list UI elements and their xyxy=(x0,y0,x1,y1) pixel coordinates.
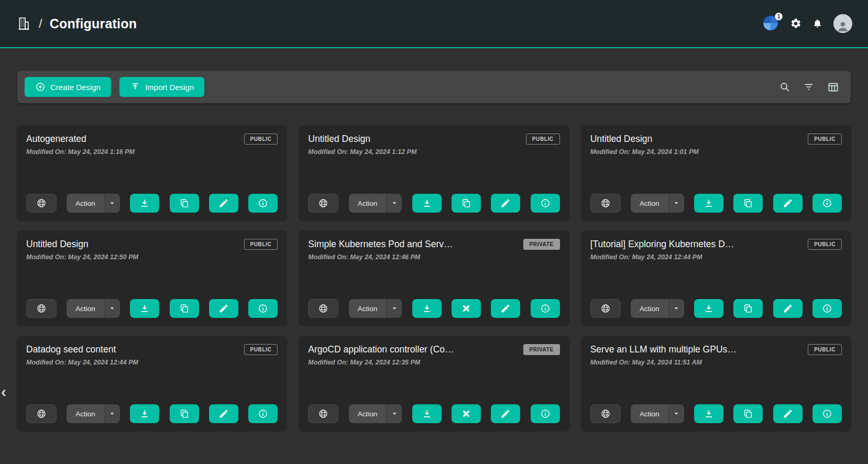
info-button[interactable] xyxy=(248,299,278,318)
info-button[interactable] xyxy=(812,404,842,423)
avatar[interactable] xyxy=(833,14,852,33)
edit-button[interactable] xyxy=(209,404,238,423)
design-title: Untitled Design xyxy=(590,134,658,145)
visibility-globe-button[interactable] xyxy=(590,404,621,423)
action-button[interactable]: Action xyxy=(631,404,668,423)
download-button[interactable] xyxy=(694,194,723,213)
visibility-globe-button[interactable] xyxy=(308,299,338,318)
edit-button[interactable] xyxy=(773,299,803,318)
visibility-badge: PUBLIC xyxy=(808,344,842,355)
action-dropdown-button[interactable] xyxy=(104,194,120,213)
chevron-down-icon xyxy=(390,199,399,207)
info-button[interactable] xyxy=(812,299,842,318)
action-dropdown-button[interactable] xyxy=(386,194,402,213)
filter-icon[interactable] xyxy=(803,81,815,93)
clone-button[interactable] xyxy=(452,194,481,213)
edit-icon xyxy=(500,408,511,419)
design-title: Serve an LLM with multiple GPUs… xyxy=(590,344,742,355)
action-button[interactable]: Action xyxy=(631,299,668,318)
edit-button[interactable] xyxy=(491,194,520,213)
action-dropdown-button[interactable] xyxy=(104,404,120,423)
download-button[interactable] xyxy=(412,404,442,423)
edit-button[interactable] xyxy=(491,404,520,423)
visibility-globe-button[interactable] xyxy=(26,194,57,213)
clone-button[interactable] xyxy=(733,299,763,318)
card-grid: Autogenerated PUBLIC Modified On: May 24… xyxy=(17,126,851,430)
visibility-globe-button[interactable] xyxy=(26,299,57,318)
action-dropdown-button[interactable] xyxy=(668,299,684,318)
action-dropdown-button[interactable] xyxy=(386,299,402,318)
download-button[interactable] xyxy=(130,299,159,318)
action-button[interactable]: Action xyxy=(349,404,387,423)
design-card: [Tutorial] Exploring Kubernetes D… PUBLI… xyxy=(581,231,851,325)
design-title: Untitled Design xyxy=(26,239,94,250)
edit-icon xyxy=(218,408,229,419)
info-icon xyxy=(258,198,268,208)
clone-button[interactable] xyxy=(170,194,199,213)
create-design-button[interactable]: Create Design xyxy=(25,77,111,97)
download-button[interactable] xyxy=(694,404,723,423)
edit-button[interactable] xyxy=(773,404,803,423)
plus-circle-icon xyxy=(35,82,46,92)
action-dropdown-button[interactable] xyxy=(668,194,684,213)
info-button[interactable] xyxy=(812,194,842,213)
modified-date: Modified On: May 24, 2024 1:12 PM xyxy=(308,148,559,156)
action-dropdown-button[interactable] xyxy=(386,404,402,423)
edit-button[interactable] xyxy=(773,194,803,213)
table-view-icon[interactable] xyxy=(827,81,839,93)
design-title: Autogenerated xyxy=(26,134,92,145)
copy-icon xyxy=(743,303,753,314)
action-button[interactable]: Action xyxy=(67,299,104,318)
download-button[interactable] xyxy=(130,194,159,213)
app-header: / Configuration 1 xyxy=(0,0,868,48)
design-card: Datadog seed content PUBLIC Modified On:… xyxy=(17,336,287,430)
visibility-globe-button[interactable] xyxy=(590,299,621,318)
visibility-globe-button[interactable] xyxy=(308,194,338,213)
visibility-globe-button[interactable] xyxy=(590,194,621,213)
chevron-down-icon xyxy=(108,410,116,418)
download-button[interactable] xyxy=(412,194,442,213)
info-button[interactable] xyxy=(531,194,560,213)
edit-button[interactable] xyxy=(491,299,520,318)
action-button[interactable]: Action xyxy=(631,194,668,213)
download-button[interactable] xyxy=(130,404,159,423)
visibility-globe-button[interactable] xyxy=(26,404,57,423)
info-icon xyxy=(822,198,832,208)
visibility-globe-button[interactable] xyxy=(308,404,338,423)
building-icon[interactable] xyxy=(16,16,31,31)
chevron-down-icon xyxy=(108,199,116,207)
info-button[interactable] xyxy=(248,404,278,423)
globe-icon xyxy=(318,303,328,314)
info-button[interactable] xyxy=(248,194,278,213)
clone-button[interactable] xyxy=(170,299,199,318)
clone-button[interactable] xyxy=(452,299,481,318)
design-card: Simple Kubernetes Pod and Serv… PRIVATE … xyxy=(299,231,568,325)
clone-button[interactable] xyxy=(452,404,481,423)
modified-date: Modified On: May 24, 2024 12:44 PM xyxy=(26,359,278,366)
action-dropdown-button[interactable] xyxy=(104,299,120,318)
clone-button[interactable] xyxy=(733,194,763,213)
download-button[interactable] xyxy=(694,299,723,318)
info-button[interactable] xyxy=(531,299,560,318)
clone-button[interactable] xyxy=(170,404,199,423)
edit-button[interactable] xyxy=(209,194,238,213)
edit-button[interactable] xyxy=(209,299,238,318)
info-icon xyxy=(540,303,551,314)
search-icon[interactable] xyxy=(779,81,790,93)
chevron-down-icon xyxy=(672,410,680,418)
info-button[interactable] xyxy=(531,404,560,423)
action-button[interactable]: Action xyxy=(67,194,104,213)
action-button[interactable]: Action xyxy=(349,299,387,318)
import-design-button[interactable]: Import Design xyxy=(119,77,204,97)
settings-button[interactable] xyxy=(790,18,801,29)
download-button[interactable] xyxy=(412,299,442,318)
collapse-panel-button[interactable]: ‹ xyxy=(1,384,6,400)
action-button[interactable]: Action xyxy=(67,404,104,423)
action-split-button: Action xyxy=(631,404,684,423)
cloud-account-button[interactable]: 1 xyxy=(763,15,779,32)
info-icon xyxy=(822,303,832,314)
action-dropdown-button[interactable] xyxy=(668,404,684,423)
bell-icon[interactable] xyxy=(812,18,823,29)
clone-button[interactable] xyxy=(733,404,763,423)
action-button[interactable]: Action xyxy=(349,194,387,213)
